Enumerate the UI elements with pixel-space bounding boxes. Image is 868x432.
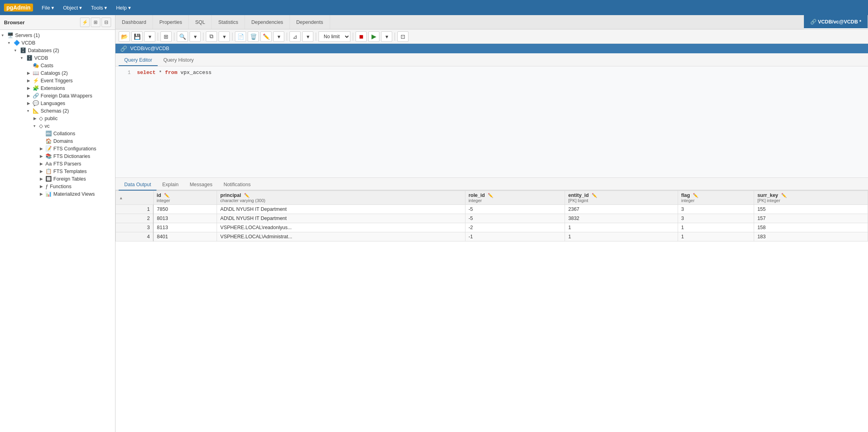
main-tab-5[interactable]: Dependents (290, 15, 330, 29)
code-content[interactable]: select * from vpx_access (137, 70, 211, 76)
tree-item-fdw[interactable]: ▶🔗Foreign Data Wrappers (0, 92, 115, 99)
browser-toolbar-btn-2[interactable]: ⊞ (91, 18, 100, 27)
tab-explain[interactable]: Explain (156, 179, 184, 191)
tree-item-vcdb-server[interactable]: ▾🔷VCDB (0, 39, 115, 47)
row-num-1: 2 (116, 214, 154, 223)
tree-toggle-fts-parsers[interactable]: ▶ (40, 162, 45, 166)
tree-item-servers[interactable]: ▾🖥️Servers (1) (0, 31, 115, 39)
tree-item-fts-configs[interactable]: ▶📝FTS Configurations (0, 145, 115, 152)
col-edit-surr-key[interactable]: ✏️ (781, 193, 787, 198)
main-tab-1[interactable]: Properties (153, 15, 189, 29)
col-edit-id[interactable]: ✏️ (164, 193, 170, 198)
edit-btn[interactable]: ✏️ (260, 31, 272, 42)
tree-toggle-vcdb-db[interactable]: ▾ (21, 56, 26, 60)
cell-entity_id-3: 1 (565, 232, 678, 241)
tree-item-public[interactable]: ▶◇public (0, 115, 115, 122)
tree-item-casts[interactable]: 🎭Casts (0, 62, 115, 69)
open-file-btn[interactable]: 📂 (119, 31, 130, 42)
tree-item-catalogs[interactable]: ▶📖Catalogs (2) (0, 69, 115, 77)
th-role-id: role_id ✏️ integer (465, 191, 565, 205)
tree-item-vcdb-db[interactable]: ▾🗄️VCDB (0, 54, 115, 62)
run-btn[interactable]: ▶ (368, 31, 379, 42)
browser-toolbar-btn-3[interactable]: ⊟ (102, 18, 111, 27)
th-entity-id: entity_id ✏️ [PK] bigint (565, 191, 678, 205)
tree-icon-languages: 💬 (33, 100, 39, 106)
tree-toggle-mat-views[interactable]: ▶ (40, 192, 45, 196)
main-tab-2[interactable]: SQL (189, 15, 212, 29)
tree-item-databases[interactable]: ▾🗄️Databases (2) (0, 47, 115, 54)
tree-icon-servers: 🖥️ (7, 32, 14, 38)
col-edit-principal[interactable]: ✏️ (244, 193, 250, 198)
find-btn[interactable]: 🔍 (177, 31, 188, 42)
tree-toggle-fts-templates[interactable]: ▶ (40, 169, 45, 173)
col-edit-entity-id[interactable]: ✏️ (592, 193, 597, 198)
tree-item-fts-dicts[interactable]: ▶📚FTS Dictionaries (0, 152, 115, 160)
tree-toggle-schemas[interactable]: ▾ (27, 109, 33, 113)
tree-toggle-extensions[interactable]: ▶ (27, 86, 33, 90)
tab-query-editor[interactable]: Query Editor (119, 55, 158, 66)
tree-toggle-databases[interactable]: ▾ (14, 48, 20, 53)
tree-item-collations[interactable]: 🔤Collations (0, 130, 115, 137)
run-more-btn[interactable]: ▾ (381, 31, 392, 42)
menu-object[interactable]: Object ▾ (59, 3, 86, 12)
main-tab-6[interactable]: 🔗 VCDB/vc@VCDB * (804, 15, 868, 29)
tree-toggle-fts-dicts[interactable]: ▶ (40, 154, 45, 158)
tree-toggle-foreign-tables[interactable]: ▶ (40, 177, 45, 181)
col-edit-flag[interactable]: ✏️ (693, 193, 698, 198)
tree-toggle-languages[interactable]: ▶ (27, 101, 33, 105)
col-edit-role-id[interactable]: ✏️ (488, 193, 493, 198)
format-btn[interactable]: ⊞ (160, 31, 172, 42)
copy-btn[interactable]: ⧉ (206, 31, 217, 42)
tree-item-event-triggers[interactable]: ▶⚡Event Triggers (0, 77, 115, 84)
tree-toggle-fts-configs[interactable]: ▶ (40, 146, 45, 151)
tree-item-languages[interactable]: ▶💬Languages (0, 99, 115, 107)
tree-toggle-vc[interactable]: ▾ (33, 124, 39, 128)
main-tab-4[interactable]: Dependencies (245, 15, 290, 29)
code-editor[interactable]: 1 select * from vpx_access (115, 66, 868, 178)
main-tab-0[interactable]: Dashboard (115, 15, 153, 29)
tree-item-extensions[interactable]: ▶🧩Extensions (0, 84, 115, 92)
browser-toolbar: ⚡ ⊞ ⊟ (80, 18, 111, 27)
tree-toggle-vcdb-server[interactable]: ▾ (8, 41, 14, 45)
find-more-btn[interactable]: ▾ (190, 31, 201, 42)
main-tab-3[interactable]: Statistics (212, 15, 245, 29)
save-more-btn[interactable]: ▾ (144, 31, 155, 42)
browser-header: Browser ⚡ ⊞ ⊟ (0, 15, 115, 30)
tree-item-domains[interactable]: 🏠Domains (0, 137, 115, 145)
tree-toggle-public[interactable]: ▶ (33, 116, 39, 121)
tree-item-fts-parsers[interactable]: ▶AaFTS Parsers (0, 160, 115, 167)
tree-item-fts-templates[interactable]: ▶📋FTS Templates (0, 167, 115, 175)
tab-notifications[interactable]: Notifications (218, 179, 256, 191)
tree-item-functions[interactable]: ▶ƒFunctions (0, 183, 115, 190)
copy-more-btn[interactable]: ▾ (219, 31, 230, 42)
tree-item-vc[interactable]: ▾◇vc (0, 122, 115, 130)
tree-toggle-event-triggers[interactable]: ▶ (27, 78, 33, 83)
stop-btn[interactable]: ⏹ (356, 31, 367, 42)
filter-more-btn[interactable]: ▾ (302, 31, 313, 42)
tab-messages[interactable]: Messages (184, 179, 218, 191)
menu-tools[interactable]: Tools ▾ (87, 3, 111, 12)
delete-btn[interactable]: 🗑️ (248, 31, 259, 42)
filter-btn[interactable]: ⊿ (289, 31, 301, 42)
tree-item-foreign-tables[interactable]: ▶🔲Foreign Tables (0, 175, 115, 183)
tree-toggle-servers[interactable]: ▾ (2, 33, 7, 37)
tree-item-schemas[interactable]: ▾📐Schemas (2) (0, 107, 115, 115)
menu-help[interactable]: Help ▾ (112, 3, 135, 12)
limit-select[interactable]: No limit 100 500 1000 (319, 31, 350, 42)
browser-toolbar-btn-1[interactable]: ⚡ (80, 18, 90, 27)
tab-data-output[interactable]: Data Output (119, 179, 156, 191)
sep6 (316, 33, 316, 41)
tree-toggle-catalogs[interactable]: ▶ (27, 71, 33, 75)
tab-query-history[interactable]: Query History (158, 55, 199, 66)
tree-toggle-fdw[interactable]: ▶ (27, 93, 33, 98)
scratch-btn[interactable]: ⊡ (397, 31, 409, 42)
tree-toggle-functions[interactable]: ▶ (40, 184, 45, 189)
menu-file[interactable]: File ▾ (38, 3, 59, 12)
code-line-1: 1 select * from vpx_access (115, 70, 868, 76)
topbar-menu: File ▾ Object ▾ Tools ▾ Help ▾ (38, 3, 135, 12)
save-file-btn[interactable]: 💾 (131, 31, 143, 42)
tree-item-mat-views[interactable]: ▶📊Materialized Views (0, 190, 115, 198)
edit-more-btn[interactable]: ▾ (273, 31, 284, 42)
paste-btn[interactable]: 📄 (235, 31, 246, 42)
sep1 (158, 33, 158, 41)
